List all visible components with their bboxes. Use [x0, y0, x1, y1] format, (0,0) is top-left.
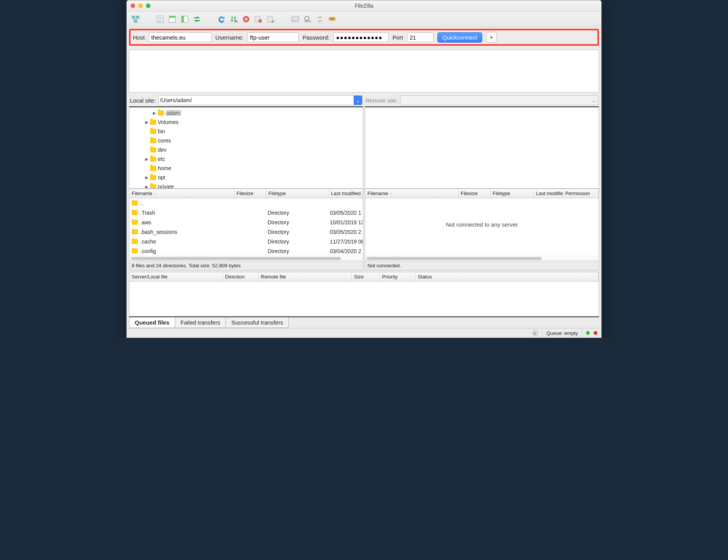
svg-rect-26 [331, 18, 333, 20]
folder-icon [132, 229, 138, 234]
file-row[interactable]: .TrashDirectory03/05/2020 1 [129, 208, 363, 217]
remote-hscrollbar[interactable] [365, 256, 599, 261]
toggle-tree-remote-icon[interactable] [180, 14, 190, 24]
tree-item-label: cores [158, 138, 171, 144]
file-row[interactable]: .awsDirectory10/01/2019 13 [129, 217, 363, 227]
file-row[interactable]: .. [129, 198, 363, 208]
username-input[interactable] [247, 32, 299, 42]
remote-tree[interactable] [365, 107, 599, 189]
cancel-icon[interactable] [241, 14, 251, 24]
port-input[interactable] [407, 32, 433, 42]
tree-item[interactable]: ▶home [129, 164, 363, 173]
tree-item-label: adam [165, 110, 181, 116]
quickconnect-bar-wrap: Host Username: Password: Port Quickconne… [127, 27, 601, 50]
tab-queued-files[interactable]: Queued files [129, 317, 175, 328]
svg-line-22 [309, 20, 311, 23]
svg-rect-0 [132, 16, 135, 18]
tree-item-label: private [158, 184, 174, 189]
local-pane: Local site: /Users/adam/ ⌄ ▶adam▶Volumes… [129, 94, 363, 270]
chevron-down-icon[interactable]: ⌄ [354, 96, 362, 105]
col-filename[interactable]: Filename ︿ [129, 189, 234, 198]
col-remote-file[interactable]: Remote file [258, 272, 352, 281]
site-manager-icon[interactable] [131, 14, 141, 24]
toggle-tree-local-icon[interactable] [167, 14, 177, 24]
folder-icon [150, 175, 156, 180]
col-modified[interactable]: Last modified [329, 189, 363, 198]
queue-status: Queue: empty [546, 330, 578, 336]
col-filesize[interactable]: Filesize [458, 189, 490, 198]
file-row[interactable]: .bash_sessionsDirectory03/05/2020 2 [129, 227, 363, 237]
local-site-value: /Users/adam/ [160, 97, 192, 103]
refresh-icon[interactable] [217, 14, 227, 24]
tree-item[interactable]: ▶cores [129, 136, 363, 145]
col-modified[interactable]: Last modified [534, 189, 563, 198]
tree-item-label: bin [158, 128, 165, 134]
col-priority[interactable]: Priority [380, 272, 415, 281]
col-filetype[interactable]: Filetype [490, 189, 534, 198]
tree-item[interactable]: ▶Volumes [129, 118, 363, 127]
search-icon[interactable] [303, 14, 313, 24]
col-status[interactable]: Status [415, 272, 599, 281]
activity-led-red [594, 331, 597, 335]
col-direction[interactable]: Direction [223, 272, 258, 281]
remote-site-label: Remote site: [366, 97, 398, 104]
titlebar: FileZilla [127, 0, 601, 12]
file-name: .config [140, 248, 156, 254]
queue-process-icon[interactable] [229, 14, 239, 24]
message-log[interactable] [129, 50, 599, 93]
folder-icon [132, 239, 138, 244]
compare-icon[interactable] [315, 14, 325, 24]
expand-arrow-icon[interactable]: ▶ [145, 184, 149, 189]
file-name: .bash_sessions [140, 229, 177, 235]
remote-site-combo[interactable]: ⌄ [400, 95, 598, 105]
col-server-file[interactable]: Server/Local file [129, 272, 223, 281]
col-filename[interactable]: Filename ︿ [365, 189, 458, 198]
indicator-icon: ◐ [532, 330, 538, 336]
chevron-down-icon[interactable]: ⌄ [589, 96, 598, 105]
disconnect-icon[interactable] [253, 14, 263, 24]
queue-body[interactable] [129, 282, 599, 316]
statusbar: ◐ Queue: empty [127, 328, 601, 338]
tree-item-label: opt [158, 174, 165, 181]
expand-arrow-icon[interactable]: ▶ [152, 111, 156, 116]
col-permissions[interactable]: Permission [563, 189, 599, 198]
find-icon[interactable] [327, 14, 337, 24]
expand-arrow-icon[interactable]: ▶ [145, 120, 149, 125]
tree-item[interactable]: ▶dev [129, 145, 363, 154]
col-size[interactable]: Size [352, 272, 380, 281]
folder-icon [158, 111, 164, 116]
tree-item-label: home [158, 165, 171, 171]
host-input[interactable] [149, 32, 212, 42]
password-input[interactable] [333, 32, 389, 42]
folder-icon [150, 184, 156, 189]
filter-icon[interactable] [290, 14, 300, 24]
file-row[interactable]: .configDirectory03/04/2020 2 [129, 246, 363, 256]
tree-item[interactable]: ▶bin [129, 127, 363, 136]
tree-item[interactable]: ▶opt [129, 173, 363, 182]
col-filesize[interactable]: Filesize [234, 189, 266, 198]
sync-browsing-icon[interactable] [192, 14, 202, 24]
local-site-combo[interactable]: /Users/adam/ ⌄ [158, 95, 362, 105]
local-hscrollbar[interactable] [129, 256, 363, 261]
expand-arrow-icon[interactable]: ▶ [145, 157, 149, 162]
file-row[interactable]: .cacheDirectory11/27/2019 08 [129, 237, 363, 246]
local-tree[interactable]: ▶adam▶Volumes▶bin▶cores▶dev▶etc▶home▶opt… [129, 107, 363, 189]
expand-arrow-icon[interactable]: ▶ [145, 175, 149, 180]
tab-successful-transfers[interactable]: Successful transfers [225, 317, 289, 328]
remote-status: Not connected. [365, 261, 599, 270]
tree-item[interactable]: ▶adam [129, 108, 363, 118]
quickconnect-button[interactable]: Quickconnect [437, 32, 482, 43]
toggle-log-icon[interactable] [155, 14, 165, 24]
tree-item[interactable]: ▶private [129, 182, 363, 189]
host-label: Host [133, 34, 145, 41]
tab-failed-transfers[interactable]: Failed transfers [175, 317, 226, 328]
quickconnect-dropdown[interactable]: ▼ [486, 32, 497, 43]
port-label: Port [392, 34, 403, 41]
tree-item[interactable]: ▶etc [129, 154, 363, 164]
col-filetype[interactable]: Filetype [266, 189, 329, 198]
svg-rect-9 [169, 16, 176, 18]
password-label: Password: [303, 34, 329, 41]
file-name: .cache [140, 239, 156, 245]
reconnect-icon[interactable] [266, 14, 276, 24]
svg-rect-3 [157, 16, 164, 23]
